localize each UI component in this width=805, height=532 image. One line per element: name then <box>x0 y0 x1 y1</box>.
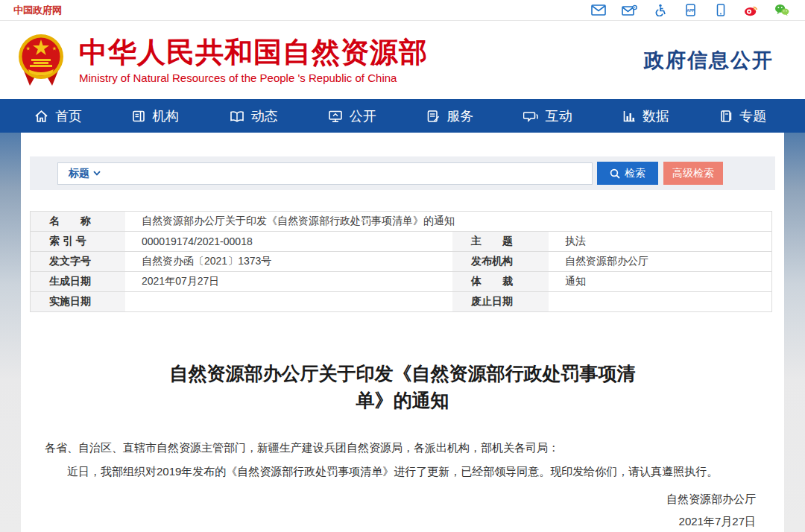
nav-item-interaction[interactable]: 互动 <box>523 107 572 125</box>
app-icon[interactable]: APP <box>682 4 698 16</box>
nav-label: 互动 <box>545 107 572 125</box>
org-name: 中华人民共和国自然资源部 <box>79 37 428 68</box>
article-signature: 自然资源部办公厅 2021年7月27日 <box>21 488 784 532</box>
nav-item-news[interactable]: 动态 <box>230 107 278 125</box>
nav-label: 动态 <box>251 107 278 125</box>
search-input[interactable]: 标题 <box>57 162 593 185</box>
article-body: 各省、自治区、直辖市自然资源主管部门，新疆生产建设兵团自然资源局，各派出机构，部… <box>21 437 784 481</box>
main-nav: 首页 机构 动态 公开 服务 互动 数据 专题 <box>0 99 805 133</box>
page-background: 标题 检索 高级检索 名 称 自然资源部办公厅关于印发《自然资源部行政处罚事项清… <box>0 133 805 532</box>
sign-date: 2021年7月27日 <box>21 510 756 532</box>
organization-icon <box>132 110 145 123</box>
nav-label: 专题 <box>739 107 766 125</box>
nav-label: 机构 <box>152 107 179 125</box>
nav-item-topics[interactable]: 专题 <box>719 107 766 125</box>
section-title: 政府信息公开 <box>644 47 774 74</box>
org-title-block: 中华人民共和国自然资源部 Ministry of Natural Resourc… <box>79 37 428 84</box>
monitor-icon <box>328 110 343 123</box>
nav-label: 公开 <box>350 107 376 125</box>
masthead: 中华人民共和国自然资源部 Ministry of Natural Resourc… <box>0 21 805 99</box>
meta-value-subject: 执法 <box>549 232 771 252</box>
meta-value-repeal-date <box>549 292 771 312</box>
meta-value-created-date: 2021年07月27日 <box>125 272 452 292</box>
nav-item-home[interactable]: 首页 <box>34 107 82 125</box>
clipboard-pencil-icon <box>426 110 440 123</box>
nav-label: 首页 <box>55 107 82 125</box>
meta-value-genre: 通知 <box>549 272 771 292</box>
document-meta-table: 名 称 自然资源部办公厅关于印发《自然资源部行政处罚事项清单》的通知 索 引 号… <box>30 211 772 312</box>
national-emblem <box>18 32 64 89</box>
meta-value-index: 000019174/2021-00018 <box>125 232 452 252</box>
mobile-icon[interactable] <box>713 4 729 16</box>
meta-label-repeal-date: 废止日期 <box>452 292 549 312</box>
chevron-down-icon <box>93 171 101 176</box>
meta-label-issuing-agency: 发布机构 <box>452 252 549 272</box>
nav-item-disclosure[interactable]: 公开 <box>328 107 376 125</box>
wechat-icon[interactable] <box>774 4 790 16</box>
nav-item-services[interactable]: 服务 <box>426 107 473 125</box>
search-field-label: 标题 <box>69 167 89 180</box>
journal-icon <box>719 110 733 123</box>
bar-chart-icon <box>622 110 636 123</box>
meta-value-doc-number: 自然资办函〔2021〕1373号 <box>125 252 452 272</box>
org-name-english: Ministry of Natural Resources of the Peo… <box>79 72 428 84</box>
nav-item-organization[interactable]: 机构 <box>132 107 179 125</box>
meta-value-name: 自然资源部办公厅关于印发《自然资源部行政处罚事项清单》的通知 <box>125 212 771 232</box>
content-column: 标题 检索 高级检索 名 称 自然资源部办公厅关于印发《自然资源部行政处罚事项清… <box>21 133 784 532</box>
meta-label-genre: 体 裁 <box>452 272 549 292</box>
search-field-selector[interactable]: 标题 <box>69 167 101 180</box>
mail-subscribe-icon[interactable] <box>621 4 637 16</box>
article-paragraph: 各省、自治区、直辖市自然资源主管部门，新疆生产建设兵团自然资源局，各派出机构，部… <box>45 437 754 457</box>
advanced-search-button[interactable]: 高级检索 <box>663 162 723 185</box>
meta-label-name: 名 称 <box>31 212 125 232</box>
chat-bubbles-icon <box>523 110 538 123</box>
search-button[interactable]: 检索 <box>597 162 658 185</box>
meta-label-effective-date: 实施日期 <box>31 292 125 312</box>
search-button-label: 检索 <box>625 167 645 180</box>
gov-portal-link[interactable]: 中国政府网 <box>13 4 62 17</box>
nav-item-data[interactable]: 数据 <box>622 107 669 125</box>
top-icon-group: APP <box>590 4 790 16</box>
meta-label-index: 索 引 号 <box>31 232 125 252</box>
top-utility-bar: 中国政府网 APP <box>0 0 805 21</box>
home-icon <box>34 110 48 123</box>
article-title: 自然资源部办公厅关于印发《自然资源部行政处罚事项清单》的通知 <box>157 360 648 414</box>
search-band: 标题 检索 高级检索 <box>30 156 775 190</box>
meta-label-subject: 主 题 <box>452 232 549 252</box>
mail-icon[interactable] <box>590 4 607 16</box>
weibo-icon[interactable] <box>743 4 760 16</box>
meta-value-issuing-agency: 自然资源部办公厅 <box>549 252 771 272</box>
svg-text:APP: APP <box>686 8 695 13</box>
open-book-icon <box>230 110 244 123</box>
search-icon <box>610 168 620 179</box>
nav-label: 服务 <box>446 107 473 125</box>
signer-name: 自然资源部办公厅 <box>21 488 756 510</box>
meta-label-created-date: 生成日期 <box>31 272 125 292</box>
accessibility-icon[interactable] <box>651 4 668 16</box>
article-paragraph: 近日，我部组织对2019年发布的《自然资源部行政处罚事项清单》进行了更新，已经部… <box>45 461 754 481</box>
meta-value-effective-date <box>125 292 452 312</box>
nav-label: 数据 <box>643 107 669 125</box>
meta-label-doc-number: 发文字号 <box>31 252 125 272</box>
